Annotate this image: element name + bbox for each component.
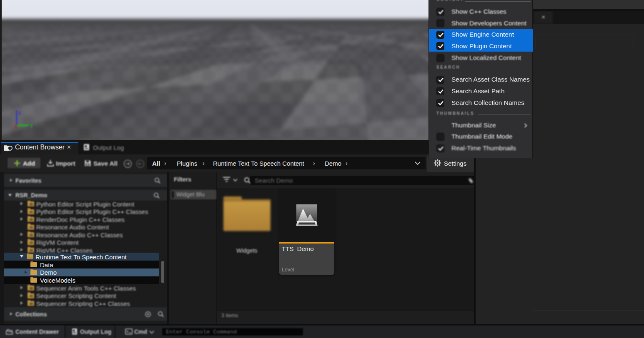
svg-text:z: z [18,109,21,116]
svg-text:x: x [14,123,18,130]
svg-text:Y: Y [30,123,33,129]
